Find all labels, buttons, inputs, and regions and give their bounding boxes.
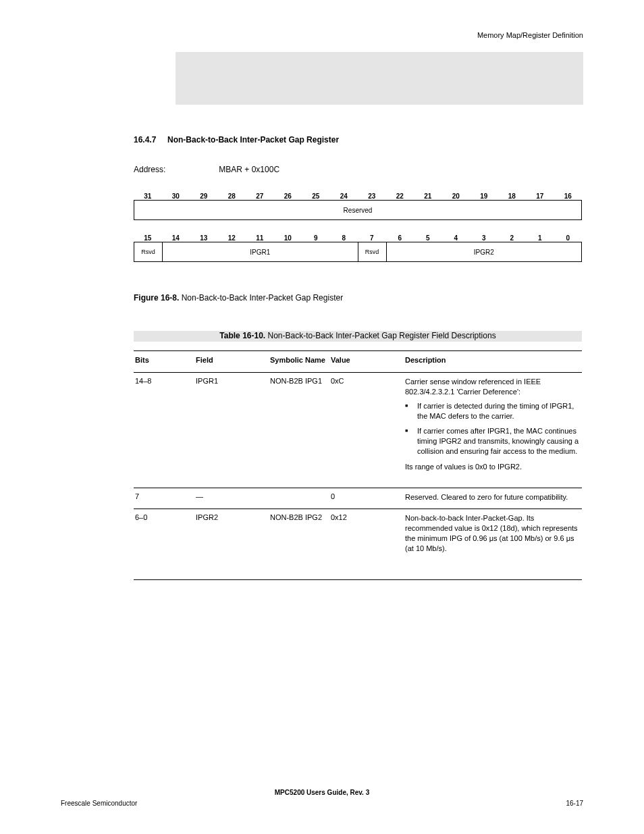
bit-num: 3	[470, 234, 498, 242]
bit-num: 31	[134, 192, 162, 200]
bit-num: 4	[442, 234, 471, 242]
bit-num: 24	[330, 192, 358, 200]
th-value: Value	[331, 356, 405, 364]
desc-text: Carrier sense window referenced in IEEE …	[405, 377, 579, 397]
address-label: Address:	[134, 165, 217, 174]
bit-num: 0	[554, 234, 583, 242]
section-heading: 16.4.7 Non-Back-to-Back Inter-Packet Gap…	[134, 135, 339, 145]
field-ipgr1: IPGR1	[162, 242, 357, 261]
bit-num: 18	[498, 192, 527, 200]
section-number: 16.4.7	[134, 135, 156, 145]
bit-num: 29	[190, 192, 218, 200]
bitrow-low: Rsvd IPGR1 Rsvd IPGR2	[134, 242, 582, 262]
th-desc: Description	[405, 356, 582, 364]
field-ipgr2: IPGR2	[386, 242, 581, 261]
table-row: 7 — 0 Reserved. Cleared to zero for futu…	[134, 492, 582, 506]
td-value: 0xC	[331, 377, 405, 476]
footer-left: MPC5200 Users Guide, Rev. 3	[61, 789, 583, 796]
td-bits: 6–0	[134, 513, 196, 557]
bit-num: 11	[246, 234, 274, 242]
bit-num: 30	[162, 192, 190, 200]
header-band	[176, 52, 583, 105]
bit-num: 12	[218, 234, 246, 242]
td-bits: 7	[134, 492, 196, 506]
field-rsvd: Rsvd	[134, 242, 162, 261]
footer-center: Freescale Semiconductor	[61, 800, 137, 807]
bit-num: 10	[274, 234, 302, 242]
section-title: Non-Back-to-Back Inter-Packet Gap Regist…	[167, 135, 339, 145]
th-sym: Symbolic Name	[270, 356, 331, 364]
bit-num: 20	[442, 192, 471, 200]
desc-text: Reserved. Cleared to zero for future com…	[405, 492, 579, 502]
page-footer: Freescale Semiconductor MPC5200 Users Gu…	[61, 800, 583, 807]
bit-num: 2	[498, 234, 527, 242]
th-field: Field	[196, 356, 270, 364]
bit-num: 28	[218, 192, 246, 200]
table-header: Bits Field Symbolic Name Value Descripti…	[134, 352, 582, 367]
bit-num: 17	[526, 192, 554, 200]
td-desc: Non-back-to-back Inter-Packet-Gap. Its r…	[405, 513, 582, 557]
bit-num: 15	[134, 234, 162, 242]
td-field: IPGR1	[196, 377, 270, 476]
td-bits: 14–8	[134, 377, 196, 476]
footer-right: 16-17	[566, 800, 583, 807]
desc-text: Non-back-to-back Inter-Packet-Gap. Its r…	[405, 513, 579, 553]
table-caption-label: Table 16-10.	[219, 331, 265, 340]
td-value: 0	[331, 492, 405, 506]
bitnums-high: 31 30 29 28 27 26 25 24 23 22 21 20 19 1…	[134, 188, 582, 200]
table-row: 6–0 IPGR2 NON-B2B IPG2 0x12 Non-back-to-…	[134, 513, 582, 557]
table-caption: Table 16-10. Non-Back-to-Back Inter-Pack…	[134, 331, 582, 340]
td-value: 0x12	[331, 513, 405, 557]
td-desc: Reserved. Cleared to zero for future com…	[405, 492, 582, 506]
td-sym: NON-B2B IPG1	[270, 377, 331, 476]
field-reserved: Reserved	[134, 201, 581, 219]
bit-num: 8	[330, 234, 358, 242]
figure-caption-text: Non-Back-to-Back Inter-Packet Gap Regist…	[182, 293, 343, 303]
bitnums-low: 15 14 13 12 11 10 9 8 7 6 5 4 3 2 1 0	[134, 230, 582, 242]
desc-text: Its range of values is 0x0 to IPGR2.	[405, 462, 579, 472]
bit-num: 16	[554, 192, 583, 200]
bit-num: 1	[526, 234, 554, 242]
bit-num: 23	[358, 192, 386, 200]
bit-num: 7	[358, 234, 386, 242]
td-field: IPGR2	[196, 513, 270, 557]
bit-num: 5	[414, 234, 442, 242]
td-field: —	[196, 492, 270, 506]
figure-caption-label: Figure 16-8.	[134, 293, 179, 303]
bit-num: 22	[386, 192, 414, 200]
bit-num: 21	[414, 192, 442, 200]
td-sym	[270, 492, 331, 506]
register-figure: 31 30 29 28 27 26 25 24 23 22 21 20 19 1…	[134, 188, 582, 262]
td-sym: NON-B2B IPG2	[270, 513, 331, 557]
bitrow-high: Reserved	[134, 200, 582, 220]
bit-num: 25	[302, 192, 330, 200]
th-bits: Bits	[134, 356, 196, 364]
bit-num: 13	[190, 234, 218, 242]
bit-num: 19	[470, 192, 498, 200]
page-header-right: Memory Map/Register Definition	[477, 31, 583, 39]
address-value: MBAR + 0x100C	[219, 165, 279, 174]
figure-caption: Figure 16-8. Non-Back-to-Back Inter-Pack…	[134, 293, 343, 303]
td-desc: Carrier sense window referenced in IEEE …	[405, 377, 582, 476]
desc-bullet: If carrier is detected during the timing…	[405, 401, 579, 421]
field-rsvd: Rsvd	[358, 242, 386, 261]
bit-num: 14	[162, 234, 190, 242]
desc-bullet: If carrier comes after IPGR1, the MAC co…	[405, 426, 579, 457]
table-caption-text: Non-Back-to-Back Inter-Packet Gap Regist…	[268, 331, 496, 340]
bit-num: 26	[274, 192, 302, 200]
bit-num: 6	[386, 234, 414, 242]
bit-num: 27	[246, 192, 274, 200]
table-row: 14–8 IPGR1 NON-B2B IPG1 0xC Carrier sens…	[134, 377, 582, 476]
bit-num: 9	[302, 234, 330, 242]
